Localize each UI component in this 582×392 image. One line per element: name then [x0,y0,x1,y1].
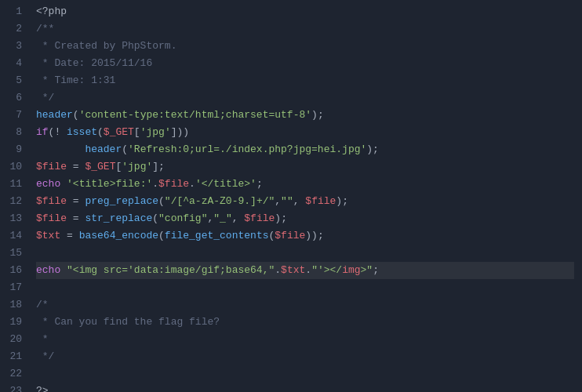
code-line: echo '<title>file:'.$file.'</title>'; [36,176,574,193]
code-line: header('Refresh:0;url=./index.php?jpg=he… [36,141,574,158]
code-line: $file = $_GET['jpg']; [36,158,574,176]
code-line: $file = preg_replace("/[^a-zA-Z0-9.]+/",… [36,193,574,210]
line-number: 3 [5,38,22,55]
code-line: <?php [36,3,574,20]
line-number: 12 [5,193,22,210]
line-number: 8 [5,124,22,141]
line-number: 9 [5,141,22,158]
line-number: 2 [5,20,22,38]
code-line: header('content-type:text/html;charset=u… [36,107,574,124]
code-line: echo "<img src='data:image/gif;base64,".… [36,262,574,279]
line-number: 22 [5,365,22,383]
code-line: */ [36,89,574,107]
code-line: * Time: 1:31 [36,72,574,89]
code-line: ?> [36,383,574,392]
code-line: $file = str_replace("config","_", $file)… [36,210,574,227]
code-line [36,245,574,262]
line-number: 21 [5,348,22,365]
line-number: 13 [5,210,22,227]
line-number: 16 [5,262,22,279]
code-line: */ [36,348,574,365]
code-line: * Date: 2015/11/16 [36,55,574,72]
line-number: 15 [5,245,22,262]
line-number: 14 [5,227,22,245]
code-editor: 1234567891011121314151617181920212223 <?… [0,0,582,392]
code-line: /** [36,20,574,38]
code-line: * [36,331,574,348]
code-container: 1234567891011121314151617181920212223 <?… [0,0,582,392]
line-number: 4 [5,55,22,72]
line-numbers: 1234567891011121314151617181920212223 [0,0,28,392]
code-line [36,279,574,296]
code-line: * Created by PhpStorm. [36,38,574,55]
code-line: /* [36,296,574,314]
line-number: 5 [5,72,22,89]
code-line: $txt = base64_encode(file_get_contents($… [36,227,574,245]
line-number: 23 [5,383,22,392]
line-number: 7 [5,107,22,124]
line-number: 1 [5,3,22,20]
code-line: * Can you find the flag file? [36,314,574,331]
line-number: 10 [5,158,22,176]
code-line [36,365,574,383]
code-content[interactable]: <?php/** * Created by PhpStorm. * Date: … [28,0,582,392]
line-number: 20 [5,331,22,348]
line-number: 11 [5,176,22,193]
code-line: if(! isset($_GET['jpg'])) [36,124,574,141]
line-number: 18 [5,296,22,314]
line-number: 19 [5,314,22,331]
line-number: 17 [5,279,22,296]
line-number: 6 [5,89,22,107]
